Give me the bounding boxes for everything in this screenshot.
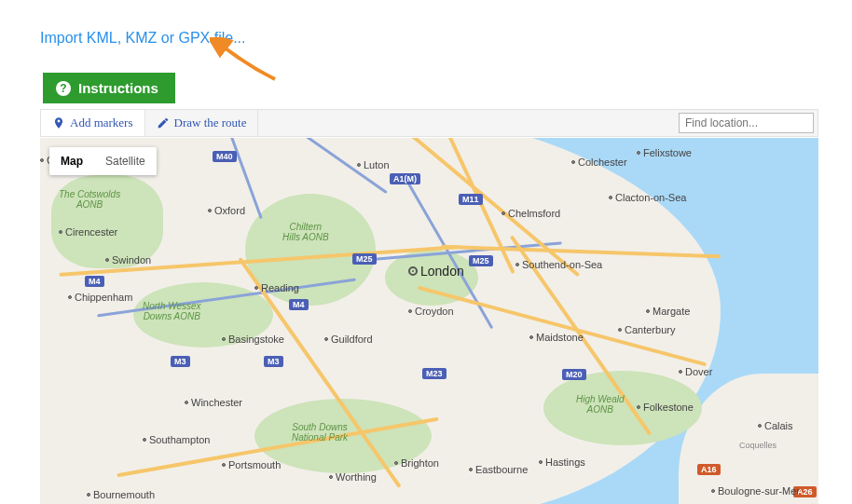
city-label: Boulogne-sur-Mer [711, 485, 800, 497]
city-label: Margate [646, 306, 690, 317]
city-label: Folkestone [637, 402, 694, 413]
instructions-label: Instructions [78, 80, 158, 96]
road-shield: M23 [422, 368, 447, 379]
park-label: North WessexDowns AONB [143, 301, 201, 321]
city-label: Bournemouth [87, 489, 155, 500]
tab-add-markers[interactable]: Add markers [41, 110, 145, 136]
road-shield: M11 [459, 194, 483, 205]
road-shield: M3 [264, 356, 283, 367]
map-type-switcher: Map Satellite [49, 147, 157, 175]
city-label: Colchester [571, 157, 627, 168]
city-label: Maidstone [529, 332, 584, 343]
road-shield: M40 [213, 151, 237, 162]
park-label: The CotswoldsAONB [59, 189, 120, 210]
city-label: Southend-on-Sea [515, 259, 602, 270]
city-label: Calais [758, 420, 793, 431]
city-label: Basingstoke [222, 334, 284, 345]
park-label: High WealdAONB [576, 394, 625, 415]
location-search-input[interactable] [679, 113, 814, 133]
map-canvas[interactable]: Map Satellite M40 A1(M) M11 M25 M25 M4 M… [40, 138, 818, 504]
road-shield: M25 [469, 255, 493, 266]
city-label: Chippenham [68, 292, 132, 303]
add-markers-label: Add markers [70, 116, 133, 130]
import-file-link[interactable]: Import KML, KMZ or GPX file... [40, 30, 246, 47]
road-shield: M25 [352, 253, 377, 265]
city-label: Croydon [408, 306, 454, 317]
city-label: Cirencester [59, 226, 117, 238]
city-label: Canterbury [618, 324, 675, 335]
city-label: Portsmouth [222, 459, 281, 470]
city-label: Dover [679, 366, 712, 377]
road-shield: M20 [562, 369, 586, 380]
city-label: Oxford [208, 205, 245, 216]
city-label: Felixstowe [637, 147, 692, 158]
marker-icon [52, 116, 65, 129]
road-shield: A16 [697, 464, 721, 475]
city-label: Winchester [185, 397, 242, 408]
tab-draw-route[interactable]: Draw the route [145, 110, 259, 136]
city-label: Worthing [329, 471, 377, 483]
city-label: Brighton [394, 457, 439, 469]
draw-route-label: Draw the route [174, 116, 247, 130]
pencil-icon [157, 116, 170, 129]
city-label: Guildford [324, 334, 373, 345]
city-label: Reading [254, 282, 299, 293]
instructions-button[interactable]: ? Instructions [43, 73, 175, 103]
maptype-satellite-button[interactable]: Satellite [94, 147, 157, 175]
city-label-london: London [408, 264, 464, 279]
city-label: Clacton-on-Sea [609, 192, 686, 203]
park-label: ChilternHills AONB [282, 222, 329, 242]
help-icon: ? [56, 81, 71, 96]
road-shield: M4 [289, 299, 309, 310]
city-label: Southampton [143, 434, 210, 445]
maptype-map-button[interactable]: Map [49, 147, 94, 175]
city-label: Eastbourne [469, 464, 528, 475]
city-label: Luton [357, 159, 390, 170]
city-label: Chelmsford [502, 208, 560, 219]
map-toolbar: Add markers Draw the route [40, 109, 818, 137]
city-label: Coquelles [739, 441, 776, 450]
road-shield: M4 [85, 276, 104, 287]
city-label: Swindon [105, 254, 151, 266]
capital-icon [408, 266, 418, 276]
road-shield: A1(M) [390, 173, 420, 184]
road-shield: M3 [171, 356, 190, 367]
city-label: Hastings [539, 456, 585, 468]
park-label: South DownsNational Park [292, 422, 348, 443]
